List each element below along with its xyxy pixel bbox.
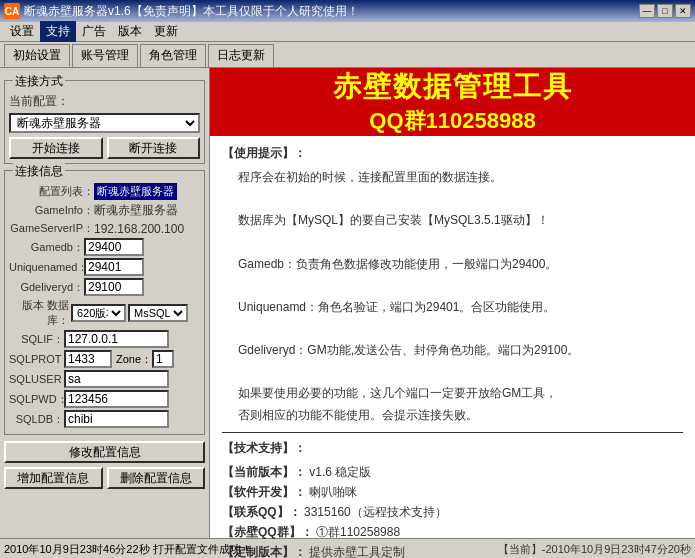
sqlprot-input[interactable] [64,350,112,368]
tech-row-2: 【联系QQ】： 3315160（远程技术支持） [222,503,683,522]
header-title: 赤壁数据管理工具 [333,68,573,106]
sqldb-row: SQLDB： [9,410,200,428]
sqlpwd-row: SQLPWD： [9,390,200,408]
menu-item-ads[interactable]: 广告 [76,21,112,42]
right-content: 【使用提示】： 程序会在初始的时候，连接配置里面的数据连接。 数据库为【MySQ… [210,136,695,558]
tech-support-title: 【技术支持】： [222,439,683,458]
zone-input[interactable] [152,350,174,368]
tech-value-1: 喇叭啪咪 [309,485,357,499]
status-right-text: 【当前】-2010年10月9日23时47分20秒 [498,542,691,557]
usage-tips-title: 【使用提示】： [222,144,683,163]
gameinfo-value: 断魂赤壁服务器 [94,202,178,219]
version-label: 版本 数据库： [9,298,69,328]
tab-initial-setup[interactable]: 初始设置 [4,44,70,67]
version-select[interactable]: 620版本 [71,304,126,322]
gameinfo-row: GameInfo： 断魂赤壁服务器 [9,202,200,219]
uniquenamed-label: Uniquenamed： [9,260,84,275]
config-list-value: 断魂赤壁服务器 [94,183,177,200]
right-panel: 赤壁数据管理工具 QQ群110258988 【使用提示】： 程序会在初始的时候，… [210,68,695,538]
menu-item-version[interactable]: 版本 [112,21,148,42]
gdeliveryd-input[interactable] [84,278,144,296]
sqlpwd-input[interactable] [64,390,169,408]
gamedb-label: Gamedb： [9,240,84,255]
maximize-button[interactable]: □ [657,4,673,18]
tech-label-3: 【赤壁QQ群】： [222,525,313,539]
header-qq: QQ群110258988 [369,106,535,136]
sqllf-row: SQLIF： [9,330,200,348]
minimize-button[interactable]: — [639,4,655,18]
app-icon: CA [4,3,20,19]
menu-item-settings[interactable]: 设置 [4,21,40,42]
tech-value-0: v1.6 稳定版 [309,465,371,479]
right-header: 赤壁数据管理工具 QQ群110258988 [210,68,695,136]
zone-label: Zone： [116,352,152,367]
tech-row-1: 【软件开发】： 喇叭啪咪 [222,483,683,502]
config-list-label: 配置列表： [9,184,94,199]
tech-label-2: 【联系QQ】： [222,505,301,519]
gamedb-row: Gamedb： [9,238,200,256]
title-bar: CA 断魂赤壁服务器v1.6【免责声明】本工具仅限于个人研究使用！ — □ ✕ [0,0,695,22]
menu-item-support[interactable]: 支持 [40,21,76,42]
tab-log-update[interactable]: 日志更新 [208,44,274,67]
divider [222,432,683,433]
sqluser-label: SQLUSER： [9,372,64,387]
sqlpwd-label: SQLPWD： [9,392,64,407]
usage-tips-content: 程序会在初始的时候，连接配置里面的数据连接。 数据库为【MySQL】的要自己安装… [238,167,683,426]
add-config-button[interactable]: 增加配置信息 [4,467,103,489]
tech-label-0: 【当前版本】： [222,465,306,479]
tab-account-mgmt[interactable]: 账号管理 [72,44,138,67]
tech-row-3: 【赤壁QQ群】： ①群110258988 [222,523,683,542]
sqllf-label: SQLIF： [9,332,64,347]
status-left-text: 2010年10月9日23时46分22秒 打开配置文件成功！ [4,542,498,557]
connect-mode-group: 连接方式 当前配置： 断魂赤壁服务器 开始连接 断开连接 [4,80,205,164]
gameserverip-label: GameServerIP： [9,221,94,236]
gameserverip-row: GameServerIP： 192.168.200.100 [9,221,200,236]
connect-button[interactable]: 开始连接 [9,137,103,159]
config-select[interactable]: 断魂赤壁服务器 [9,113,200,133]
connect-mode-title: 连接方式 [13,73,65,90]
conn-info-title: 连接信息 [13,163,65,180]
current-config-row: 当前配置： [9,93,200,110]
config-list-row: 配置列表： 断魂赤壁服务器 [9,183,200,200]
tab-role-mgmt[interactable]: 角色管理 [140,44,206,67]
sqllf-input[interactable] [64,330,169,348]
uniquenamed-row: Uniquenamed： [9,258,200,276]
sqlprot-label: SQLPROT： [9,352,64,367]
conn-info-group: 连接信息 配置列表： 断魂赤壁服务器 GameInfo： 断魂赤壁服务器 Gam… [4,170,205,435]
delete-config-button[interactable]: 删除配置信息 [107,467,206,489]
sqldb-input[interactable] [64,410,169,428]
tab-bar: 初始设置 账号管理 角色管理 日志更新 [0,42,695,68]
close-button[interactable]: ✕ [675,4,691,18]
main-content: 连接方式 当前配置： 断魂赤壁服务器 开始连接 断开连接 连接信息 配置列表： … [0,68,695,538]
gamedb-input[interactable] [84,238,144,256]
gameinfo-label: GameInfo： [9,203,94,218]
gdeliveryd-label: Gdeliveryd： [9,280,84,295]
sqldb-label: SQLDB： [9,412,64,427]
gdeliveryd-row: Gdeliveryd： [9,278,200,296]
sqlprot-row: SQLPROT： Zone： [9,350,200,368]
menu-bar: 设置 支持 广告 版本 更新 [0,22,695,42]
bottom-buttons: 修改配置信息 增加配置信息 删除配置信息 [4,441,205,489]
disconnect-button[interactable]: 断开连接 [107,137,201,159]
connect-buttons: 开始连接 断开连接 [9,137,200,159]
db-select[interactable]: MsSQL库 [128,304,188,322]
modify-config-button[interactable]: 修改配置信息 [4,441,205,463]
current-config-label: 当前配置： [9,93,69,110]
title-buttons: — □ ✕ [639,4,691,18]
title-bar-left: CA 断魂赤壁服务器v1.6【免责声明】本工具仅限于个人研究使用！ [4,3,359,20]
gameserverip-value: 192.168.200.100 [94,222,184,236]
uniquenamed-input[interactable] [84,258,144,276]
tech-value-3: ①群110258988 [316,525,400,539]
tech-label-1: 【软件开发】： [222,485,306,499]
version-row: 版本 数据库： 620版本 MsSQL库 [9,298,200,328]
menu-item-update[interactable]: 更新 [148,21,184,42]
left-panel: 连接方式 当前配置： 断魂赤壁服务器 开始连接 断开连接 连接信息 配置列表： … [0,68,210,538]
sqluser-input[interactable] [64,370,169,388]
tech-row-0: 【当前版本】： v1.6 稳定版 [222,463,683,482]
window-title: 断魂赤壁服务器v1.6【免责声明】本工具仅限于个人研究使用！ [24,3,359,20]
tech-value-2: 3315160（远程技术支持） [304,505,447,519]
add-delete-row: 增加配置信息 删除配置信息 [4,467,205,489]
sqluser-row: SQLUSER： [9,370,200,388]
tech-support: 【技术支持】： 【当前版本】： v1.6 稳定版 【软件开发】： 喇叭啪咪 【联… [222,439,683,558]
